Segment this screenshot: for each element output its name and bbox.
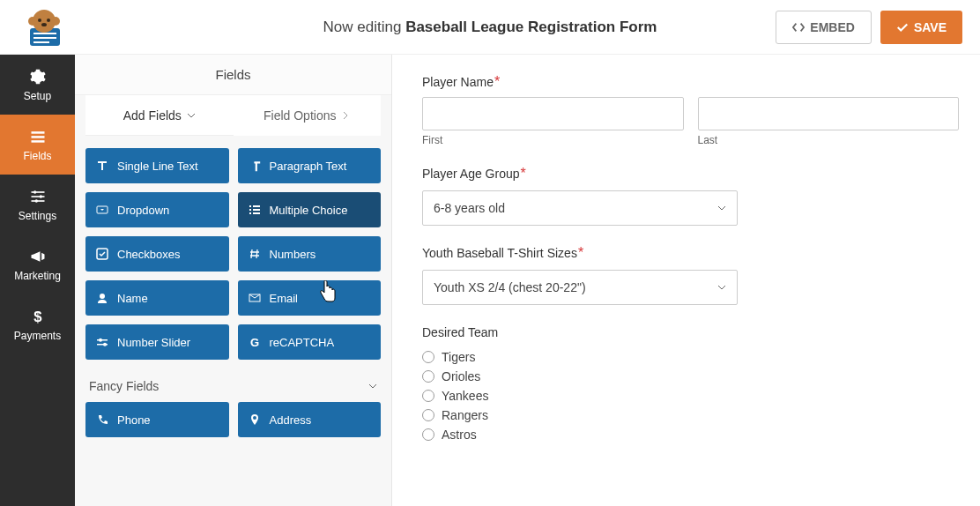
select-tshirt[interactable]: Youth XS 2/4 (chest 20-22") — [422, 270, 738, 305]
standard-fields-grid: Single Line TextParagraph TextDropdownMu… — [85, 148, 381, 360]
field-type-dropdown[interactable]: Dropdown — [85, 192, 229, 227]
fancy-fields-grid: PhoneAddress — [85, 402, 381, 437]
svg-point-17 — [39, 195, 41, 197]
radio-option[interactable]: Yankees — [422, 386, 959, 406]
radio-option[interactable]: Tigers — [422, 347, 959, 367]
megaphone-icon — [29, 248, 47, 265]
fancy-fields-header[interactable]: Fancy Fields — [85, 360, 381, 402]
dropdown-icon — [96, 204, 108, 216]
check-icon — [896, 21, 909, 33]
input-first-name[interactable] — [422, 97, 684, 130]
form-icon — [29, 128, 47, 145]
field-type-address[interactable]: Address — [238, 402, 382, 437]
svg-point-33 — [99, 339, 102, 342]
dollar-icon: $ — [29, 308, 47, 325]
field-desired-team[interactable]: Desired Team TigersOriolesYankeesRangers… — [422, 324, 959, 444]
label-age-group: Player Age Group — [422, 167, 520, 181]
svg-rect-12 — [31, 140, 44, 143]
radio-icon — [422, 409, 434, 421]
text-icon — [96, 160, 108, 172]
svg-rect-14 — [31, 196, 44, 197]
svg-rect-2 — [33, 37, 56, 39]
chevron-down-icon — [368, 382, 377, 391]
radio-icon — [422, 428, 434, 441]
sliders-icon — [29, 188, 47, 205]
radio-icon — [422, 351, 434, 363]
editing-prefix: Now editing — [323, 19, 406, 35]
radio-list-desired-team: TigersOriolesYankeesRangersAstros — [422, 347, 959, 444]
tab-add-fields[interactable]: Add Fields — [85, 95, 234, 136]
pin-icon — [249, 413, 261, 426]
hash-icon — [249, 248, 261, 260]
radio-icon — [422, 370, 434, 383]
required-marker: * — [521, 166, 526, 181]
svg-text:G: G — [249, 336, 258, 348]
label-tshirt: Youth Baseball T-Shirt Sizes — [422, 246, 577, 260]
select-age-group[interactable]: 6-8 years old — [422, 190, 738, 226]
input-last-name[interactable] — [698, 97, 960, 130]
panel-tabs: Add Fields Field Options — [85, 95, 381, 136]
field-type-paragraph-text[interactable]: Paragraph Text — [238, 148, 382, 183]
form-title: Baseball League Registration Form — [405, 19, 657, 35]
field-tshirt[interactable]: Youth Baseball T-Shirt Sizes* Youth XS 2… — [422, 245, 959, 305]
svg-rect-24 — [253, 205, 260, 207]
tab-field-options[interactable]: Field Options — [234, 95, 382, 136]
field-type-email[interactable]: Email — [238, 280, 382, 316]
sidebar-item-marketing[interactable]: Marketing — [0, 234, 75, 294]
svg-point-9 — [51, 17, 60, 26]
svg-rect-13 — [31, 191, 44, 193]
sidebar-item-setup[interactable]: Setup — [0, 55, 75, 115]
chevron-down-icon — [717, 204, 726, 212]
svg-rect-3 — [33, 41, 49, 43]
svg-point-6 — [47, 19, 50, 22]
save-button[interactable]: SAVE — [880, 11, 962, 44]
fields-panel: Fields Add Fields Field Options Single L… — [75, 55, 392, 506]
radio-option[interactable]: Orioles — [422, 367, 959, 386]
radio-icon — [422, 390, 434, 402]
form-preview[interactable]: Player Name* First Last Player Age Group… — [392, 55, 980, 506]
svg-rect-28 — [253, 212, 260, 214]
label-player-name: Player Name — [422, 75, 494, 89]
google-icon: G — [249, 336, 261, 348]
gear-icon — [29, 68, 47, 86]
field-type-multiple-choice[interactable]: Multiple Choice — [238, 192, 382, 227]
radio-option[interactable]: Astros — [422, 425, 959, 444]
svg-point-16 — [33, 190, 36, 193]
field-age-group[interactable]: Player Age Group* 6-8 years old — [422, 166, 959, 226]
svg-rect-1 — [33, 33, 56, 34]
wpforms-logo — [18, 5, 71, 49]
svg-rect-11 — [31, 136, 44, 138]
field-type-number-slider[interactable]: Number Slider — [85, 324, 229, 360]
svg-point-7 — [41, 23, 47, 26]
field-type-name[interactable]: Name — [85, 280, 229, 316]
field-type-single-line-text[interactable]: Single Line Text — [85, 148, 229, 183]
sublabel-last: Last — [698, 134, 960, 146]
sublabel-first: First — [422, 134, 684, 146]
field-type-checkboxes[interactable]: Checkboxes — [85, 236, 229, 272]
svg-rect-26 — [253, 209, 260, 211]
field-type-recaptcha[interactable]: GreCAPTCHA — [238, 324, 382, 360]
panel-scroll[interactable]: Add Fields Field Options Single Line Tex… — [75, 95, 391, 506]
check-icon — [96, 248, 108, 260]
page-title: Now editing Baseball League Registration… — [323, 19, 657, 36]
field-player-name[interactable]: Player Name* First Last — [422, 74, 959, 146]
phone-icon — [96, 413, 108, 426]
code-icon — [792, 21, 805, 33]
sidebar-item-fields[interactable]: Fields — [0, 115, 75, 175]
list-icon — [249, 204, 261, 216]
sidebar-item-payments[interactable]: $ Payments — [0, 294, 75, 354]
chevron-right-icon — [341, 111, 350, 120]
field-type-phone[interactable]: Phone — [85, 402, 229, 437]
paragraph-icon — [249, 160, 261, 172]
svg-rect-32 — [97, 339, 108, 341]
chevron-down-icon — [717, 283, 726, 292]
svg-point-35 — [103, 343, 107, 346]
sidebar-item-settings[interactable]: Settings — [0, 175, 75, 234]
mail-icon — [249, 292, 261, 304]
radio-option[interactable]: Rangers — [422, 406, 959, 425]
slider-icon — [96, 336, 108, 348]
field-type-numbers[interactable]: Numbers — [238, 236, 382, 272]
svg-rect-25 — [249, 209, 251, 211]
embed-button[interactable]: EMBED — [776, 11, 872, 44]
svg-rect-27 — [249, 212, 251, 214]
